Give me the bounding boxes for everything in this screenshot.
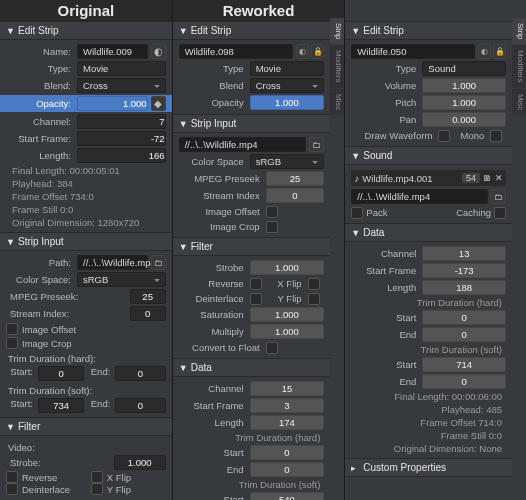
filter-header[interactable]: ▼ Filter (173, 237, 331, 256)
edit-strip-header[interactable]: ▼ Edit Strip (0, 21, 172, 40)
reverse-checkbox[interactable] (6, 471, 18, 483)
color-space-dropdown[interactable]: sRGB (250, 154, 325, 169)
orig-dim-info: Original Dimension: None (351, 442, 506, 455)
xflip-checkbox[interactable] (91, 471, 103, 483)
tab-misc[interactable]: Misc (512, 89, 526, 115)
deinterlace-checkbox[interactable] (250, 293, 262, 305)
image-crop-checkbox[interactable] (6, 337, 18, 349)
channel-field[interactable]: 7 (77, 114, 166, 129)
start-frame-field[interactable]: -173 (422, 263, 506, 278)
blend-dropdown[interactable]: Cross (250, 78, 325, 93)
name-field[interactable]: Wildlife.050 (351, 44, 475, 59)
file-browser-icon[interactable]: 🗀 (309, 137, 324, 152)
data-header[interactable]: ▼ Data (173, 358, 331, 377)
frame-still-info: Frame Still 0:0 (351, 429, 506, 442)
file-browser-icon[interactable]: 🗀 (151, 255, 166, 270)
pan-field[interactable]: 0.000 (422, 112, 506, 127)
channel-field[interactable]: 13 (422, 246, 506, 261)
tab-modifiers[interactable]: Modifiers (330, 45, 344, 87)
name-field[interactable]: Wildlife.098 (179, 44, 294, 59)
opacity-field[interactable]: 1.000 (77, 96, 148, 111)
sound-datablock[interactable]: ♪ Wildlife.mp4.001 54 🗎 ✕ (351, 170, 506, 186)
mpeg-field[interactable]: 25 (130, 289, 166, 304)
mpeg-field[interactable]: 25 (266, 171, 325, 186)
color-space-dropdown[interactable]: sRGB (77, 272, 166, 287)
playhead-info: Playhead: 485 (351, 403, 506, 416)
xflip-checkbox[interactable] (308, 278, 320, 290)
blend-dropdown[interactable]: Cross (77, 78, 166, 93)
trim-soft-start[interactable]: 714 (422, 357, 506, 372)
length-field[interactable]: 166 (77, 148, 166, 163)
strobe-field[interactable]: 1.000 (250, 260, 325, 275)
trim-soft-end[interactable]: 0 (422, 374, 506, 389)
start-frame-field[interactable]: -72 (77, 131, 166, 146)
volume-field[interactable]: 1.000 (422, 78, 506, 93)
tab-strip[interactable]: Strip (512, 18, 526, 44)
lock-icon[interactable]: 🔒 (311, 44, 324, 59)
collapse-icon: ▼ (351, 151, 359, 161)
collapse-icon: ▼ (6, 237, 14, 247)
keyframe-icon[interactable]: ◆ (151, 96, 166, 111)
sound-header[interactable]: ▼ Sound (345, 146, 512, 165)
strip-input-header[interactable]: ▼ Strip Input (173, 114, 331, 133)
trim-soft-start[interactable]: 540 (250, 492, 325, 500)
data-header[interactable]: ▼ Data (345, 223, 512, 242)
length-field[interactable]: 174 (250, 415, 325, 430)
image-crop-checkbox[interactable] (266, 221, 278, 233)
length-field[interactable]: 188 (422, 280, 506, 295)
filter-header[interactable]: ▼ Filter (0, 417, 172, 436)
trim-hard-start[interactable]: 0 (250, 445, 325, 460)
custom-properties-header[interactable]: ▸ Custom Properties (345, 458, 512, 477)
trim-hard-start[interactable]: 0 (38, 366, 84, 381)
draw-waveform-checkbox[interactable] (438, 130, 450, 142)
trim-soft-end[interactable]: 0 (115, 398, 165, 413)
tab-strip[interactable]: Strip (330, 18, 344, 44)
deinterlace-checkbox[interactable] (6, 483, 18, 495)
saturation-field[interactable]: 1.000 (250, 307, 325, 322)
strip-input-header[interactable]: ▼ Strip Input (0, 232, 172, 251)
trim-soft-start[interactable]: 734 (38, 398, 84, 413)
mute-toggle-icon[interactable]: ◐ (151, 44, 166, 59)
trim-hard-end[interactable]: 0 (422, 327, 506, 342)
yflip-checkbox[interactable] (91, 483, 103, 495)
trim-hard-end[interactable]: 0 (250, 462, 325, 477)
column-title-original: Original (0, 0, 172, 21)
channel-label: Channel: (6, 116, 74, 127)
caching-checkbox[interactable] (494, 207, 506, 219)
yflip-checkbox[interactable] (308, 293, 320, 305)
opacity-field[interactable]: 1.000 (250, 95, 325, 110)
edit-strip-header[interactable]: ▼ Edit Strip (173, 21, 331, 40)
fake-user-icon[interactable]: 🗎 (483, 173, 492, 183)
path-field[interactable]: //..\..\Wildlife.mp4 (179, 137, 307, 152)
stream-index-field[interactable]: 0 (266, 188, 325, 203)
reverse-checkbox[interactable] (250, 278, 262, 290)
mute-icon[interactable]: ◐ (296, 44, 309, 59)
pitch-field[interactable]: 1.000 (422, 95, 506, 110)
pack-checkbox[interactable] (351, 207, 363, 219)
user-count[interactable]: 54 (462, 173, 480, 183)
tab-misc[interactable]: Misc (330, 89, 344, 115)
strobe-field[interactable]: 1.000 (114, 455, 166, 470)
image-offset-checkbox[interactable] (266, 206, 278, 218)
sound-path-field[interactable]: //..\..\Wildlife.mp4 (351, 189, 488, 204)
file-browser-icon[interactable]: 🗀 (491, 189, 506, 204)
mono-checkbox[interactable] (490, 130, 502, 142)
frame-offset-info: Frame Offset 734:0 (6, 190, 166, 203)
convert-float-checkbox[interactable] (266, 342, 278, 354)
mute-icon[interactable]: ◐ (478, 44, 491, 59)
path-field[interactable]: //..\..\Wildlife.mp4 (77, 255, 148, 270)
start-frame-field[interactable]: 3 (250, 398, 325, 413)
lock-icon[interactable]: 🔒 (493, 44, 506, 59)
collapse-icon: ▼ (6, 422, 14, 432)
name-field[interactable]: Wildlife.009 (77, 44, 148, 59)
channel-field[interactable]: 15 (250, 381, 325, 396)
edit-strip-header[interactable]: ▼ Edit Strip (345, 21, 512, 40)
unlink-icon[interactable]: ✕ (495, 173, 503, 183)
final-length-info: Final Length: 00:00:05:01 (6, 164, 166, 177)
multiply-field[interactable]: 1.000 (250, 324, 325, 339)
tab-modifiers[interactable]: Modifiers (512, 45, 526, 87)
trim-hard-start[interactable]: 0 (422, 310, 506, 325)
trim-hard-end[interactable]: 0 (115, 366, 165, 381)
image-offset-checkbox[interactable] (6, 323, 18, 335)
stream-index-field[interactable]: 0 (130, 306, 166, 321)
